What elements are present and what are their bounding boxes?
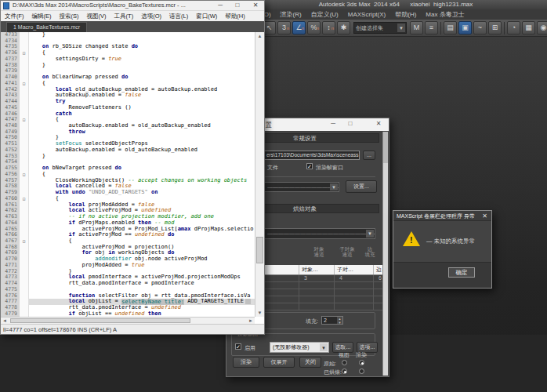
menu-item[interactable]: MAXScript(X) bbox=[343, 9, 390, 20]
code-line[interactable]: 4741⊟ { bbox=[1, 81, 255, 87]
setup-button[interactable]: 设置... bbox=[346, 180, 377, 193]
code-line[interactable]: 4747⊟ { bbox=[1, 117, 255, 123]
code-line[interactable]: 4745 RemoveFlatteners () bbox=[1, 105, 255, 111]
fold-marker-icon[interactable]: ⊟ bbox=[20, 196, 29, 202]
scroll-right-icon[interactable]: ► bbox=[247, 318, 255, 324]
editor-maximize-button[interactable]: □ bbox=[231, 2, 244, 9]
fold-marker-icon[interactable]: ⊟ bbox=[20, 238, 29, 245]
radio-button[interactable] bbox=[342, 360, 347, 365]
error-close-button[interactable]: ✕ bbox=[480, 211, 490, 221]
radio-button[interactable] bbox=[359, 368, 364, 374]
code-line[interactable]: 4769 for obj in workingObjects do bbox=[1, 250, 255, 256]
render-production-icon[interactable]: ◉ bbox=[537, 21, 547, 34]
spinner-arrows-icon[interactable]: ▲▼ bbox=[337, 317, 342, 324]
code-line[interactable]: 4750 } bbox=[1, 135, 255, 141]
browse-button[interactable]: ... bbox=[363, 151, 375, 160]
code-line[interactable]: 4736⊟ { bbox=[1, 50, 255, 56]
code-line[interactable]: 4735 on rb_SOSize changed state do bbox=[1, 44, 255, 50]
code-line[interactable]: 4737 settingsDirty = true bbox=[1, 56, 255, 63]
menu-item[interactable]: 搜索(S) bbox=[56, 11, 83, 21]
code-line[interactable]: 4765 activeProjMod = ProjMod_List[amax d… bbox=[1, 227, 255, 233]
menu-item[interactable]: Max 杀毒卫士 bbox=[421, 9, 469, 20]
code-line[interactable]: 4734 bbox=[1, 38, 255, 45]
edit-named-selections-icon[interactable]: ✱ bbox=[337, 21, 350, 34]
editor-vertical-scrollbar[interactable]: ▲ ▼ bbox=[255, 32, 264, 317]
align-icon[interactable]: ≡ bbox=[425, 21, 438, 34]
projection-enable-checkbox[interactable]: ✓ bbox=[235, 343, 241, 350]
code-line[interactable]: 4758 local cancelled = false bbox=[1, 183, 255, 190]
code-line[interactable]: 4755 on bNewTarget pressed do bbox=[1, 165, 255, 172]
editor-horizontal-scrollbar[interactable]: ◄ ► bbox=[1, 317, 255, 324]
rendered-frame-window-checkbox[interactable]: ✓ bbox=[306, 163, 313, 169]
code-line[interactable]: 4739 bbox=[1, 68, 255, 74]
menu-item[interactable]: 帮助(H) bbox=[221, 11, 248, 21]
vertical-scroll-thumb[interactable] bbox=[256, 237, 263, 263]
spinner-snap-icon[interactable]: ↕n bbox=[322, 21, 335, 34]
code-line[interactable]: 4767⊟ { bbox=[1, 238, 255, 245]
table-header-cell[interactable]: 子对… bbox=[334, 265, 373, 274]
code-line[interactable]: 4740 on bClearUnwrap pressed do bbox=[1, 74, 255, 81]
rtt-close-button[interactable]: ✕ bbox=[373, 120, 384, 127]
output-path-field[interactable]: ers\17103\Documents\3dsMax\sceneass bbox=[264, 151, 360, 160]
code-line[interactable]: 4753 } bbox=[1, 154, 255, 160]
code-line[interactable]: 4757 CloseWorkingObjects() -- accept cha… bbox=[1, 178, 255, 184]
code-line[interactable]: 4752 autoBackup.enabled = old_autoBackup… bbox=[1, 147, 255, 154]
code-line[interactable]: 4759 with undo "UNDO_ADD_TARGETS" on bbox=[1, 190, 255, 196]
fold-marker-icon[interactable]: ⊟ bbox=[20, 172, 29, 178]
preset-dropdown[interactable]: ————————————— ▼ bbox=[264, 182, 339, 192]
fold-marker-icon[interactable]: ⊟ bbox=[20, 117, 29, 123]
schematic-view-icon[interactable]: ⊞ bbox=[488, 21, 502, 34]
padding-spinner[interactable]: 2 ▲▼ bbox=[321, 316, 343, 325]
rendered-frame-window-icon[interactable]: ▦ bbox=[522, 21, 535, 34]
close-button[interactable]: 关闭 bbox=[299, 357, 321, 368]
scroll-up-icon[interactable]: ▲ bbox=[255, 32, 264, 40]
error-titlebar[interactable]: MAXScript 卷展栏处理程序 异常 bbox=[393, 211, 491, 221]
graphite-ribbon-icon[interactable]: ▣ bbox=[458, 21, 472, 34]
code-editor[interactable]: 4733 }47344735 on rb_SOSize changed stat… bbox=[1, 32, 255, 317]
layer-manager-icon[interactable]: ▤ bbox=[444, 21, 457, 34]
rtt-scrollbar[interactable] bbox=[382, 132, 388, 376]
editor-minimize-button[interactable]: ─ bbox=[214, 2, 226, 9]
code-line[interactable]: 4773 local pmodInterface = activeProjMod… bbox=[1, 274, 255, 281]
snap-toggle-icon[interactable]: 3n bbox=[277, 21, 291, 34]
menu-item[interactable]: 语言(L) bbox=[165, 11, 192, 21]
menu-item[interactable]: 文件(F) bbox=[1, 11, 28, 21]
code-line[interactable]: 4770 addmodifier obj.node activeProjMod bbox=[1, 256, 255, 263]
tab-macro-baketextures[interactable]: 1 Macro_BakeTextures.mcr bbox=[6, 22, 87, 32]
rtt-maximize-button[interactable]: □ bbox=[345, 120, 356, 127]
unwrap-only-button[interactable]: 仅展开 bbox=[263, 357, 295, 368]
code-line[interactable]: 4778 rtt_data.pmodInterface = undefined bbox=[1, 305, 255, 311]
code-line[interactable]: 4754 bbox=[1, 159, 255, 165]
code-line[interactable]: 4772 } bbox=[1, 269, 255, 275]
code-line[interactable]: 4744 try bbox=[1, 99, 255, 105]
fold-marker-icon[interactable]: ⊟ bbox=[20, 50, 29, 56]
code-line[interactable]: 4766 if activeProjMod == undefined do bbox=[1, 232, 255, 238]
code-line[interactable]: 4774 rtt_data.pmodInterface = pmodInterf… bbox=[1, 281, 255, 287]
code-line[interactable]: 4738 } bbox=[1, 63, 255, 69]
menu-item[interactable]: 工具(T) bbox=[110, 11, 138, 21]
code-line[interactable]: 4751 setFocus selectedObjectProps bbox=[1, 141, 255, 147]
mirror-icon[interactable]: M bbox=[410, 21, 423, 34]
code-line[interactable]: 4763 -- if no active projection modifier… bbox=[1, 214, 255, 220]
code-line[interactable]: 4779 if objList == undefined then bbox=[1, 311, 255, 317]
projection-modifier-dropdown[interactable]: (无投影修改器) ▼ bbox=[270, 342, 329, 353]
editor-titlebar[interactable]: D:\MAX\3ds Max 2014\MacroScripts\Macro_B… bbox=[1, 1, 264, 11]
code-line[interactable]: 4756⊟ { bbox=[1, 172, 255, 178]
selection-set-dropdown[interactable]: 创建选择集▼ bbox=[353, 22, 407, 34]
menu-item[interactable]: 选项(O) bbox=[137, 11, 165, 21]
percent-snap-icon[interactable]: %n bbox=[307, 21, 321, 34]
render-button[interactable]: 渲染 bbox=[233, 357, 259, 368]
code-line[interactable]: 4733 } bbox=[1, 32, 255, 38]
code-line[interactable]: 4743 autoBackup.enabled = false bbox=[1, 93, 255, 99]
code-line[interactable]: 4749 throw bbox=[1, 129, 255, 136]
rtt-scrollbar-thumb[interactable] bbox=[383, 132, 388, 163]
code-line[interactable]: 4771 projModAdded = true bbox=[1, 263, 255, 269]
fold-marker-icon[interactable]: ⊟ bbox=[20, 81, 29, 87]
menu-item[interactable]: 编辑(E) bbox=[28, 11, 56, 21]
code-line[interactable]: 4748 autoBackup.enabled = old_autoBackup… bbox=[1, 123, 255, 129]
object-preset-dropdown[interactable]: ———————————————————————— ▼ bbox=[264, 228, 375, 239]
code-line[interactable]: 4775 bbox=[1, 287, 255, 293]
menu-item[interactable]: 自定义(U) bbox=[306, 9, 343, 20]
menu-item[interactable]: 窗口(W) bbox=[192, 11, 221, 21]
code-line[interactable]: 4762 local activeProjMod = undefined bbox=[1, 208, 255, 214]
